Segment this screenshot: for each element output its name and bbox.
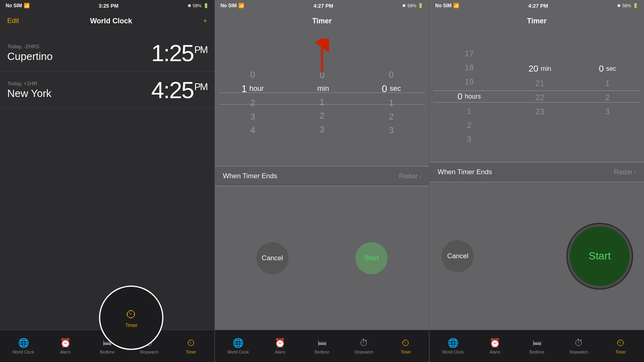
- tab-label-bedtime-2: Bedtime: [315, 350, 330, 354]
- time-period-cupertino: PM: [194, 44, 207, 55]
- tab-label-wc-2: World Clock: [227, 350, 249, 354]
- bluetooth-icon-2: ✱: [402, 3, 406, 8]
- tab-label-bedtime-3: Bedtime: [529, 350, 544, 354]
- tab-bar-2: 🌐 World Clock ⏰ Alarm 🛏 Bedtime ⏱ Stopwa…: [215, 330, 429, 362]
- picker-col-hours-3[interactable]: 17 18 19 0 hours 1 2 3: [458, 49, 481, 144]
- tab-bedtime-3[interactable]: 🛏 Bedtime: [516, 338, 558, 354]
- tab-label-alarm-2: Alarm: [275, 350, 285, 354]
- picker-hour-selected-row: 1 hour: [242, 84, 264, 94]
- clock-info-newyork: Today, +1HR New York: [7, 80, 52, 100]
- start-label-3: Start: [589, 250, 611, 262]
- circle-timer-label: Timer: [125, 323, 137, 328]
- tab-label-timer-3: Timer: [615, 350, 625, 354]
- timer-ends-value-2[interactable]: Radar ›: [399, 172, 421, 180]
- picker-area-2[interactable]: 0 1 hour 2 3 4 0 min 1 2 3: [215, 31, 429, 166]
- status-left-2: No SIM 📶: [221, 3, 245, 8]
- picker-hour-unit: hour: [249, 84, 264, 93]
- picker-min-unit: min: [317, 84, 329, 93]
- nav-title-3: Timer: [527, 17, 547, 25]
- clock-time-newyork: 4:25PM: [151, 76, 207, 103]
- clock-time-cupertino: 1:25PM: [151, 39, 207, 66]
- tab-label-timer-1: Timer: [186, 350, 196, 354]
- tab-label-bedtime-1: Bedtime: [100, 350, 115, 354]
- alarm-icon-3: ⏰: [489, 338, 500, 348]
- battery-label-1: 58%: [193, 3, 202, 8]
- ps-below2: 2: [605, 93, 610, 102]
- picker-hour-above: 0: [250, 70, 255, 79]
- timer-ends-row-2[interactable]: When Timer Ends Radar ›: [215, 166, 429, 186]
- clock-item-cupertino: Today, -2HRS Cupertino 1:25PM: [0, 35, 215, 72]
- tab-circle-overlay: ⏲ Timer: [99, 286, 163, 350]
- bluetooth-icon: ✱: [188, 3, 191, 8]
- clock-city-cupertino: Cupertino: [7, 50, 53, 63]
- stopwatch-icon-2: ⏱: [359, 338, 368, 348]
- add-clock-button[interactable]: +: [203, 17, 207, 25]
- tab-stopwatch-2[interactable]: ⏱ Stopwatch: [343, 338, 385, 354]
- ps-selected-row: 0 sec: [599, 64, 616, 74]
- picker-col-hours-2[interactable]: 0 1 hour 2 3 4: [218, 62, 287, 135]
- tab-label-alarm-1: Alarm: [60, 350, 70, 354]
- clock-city-newyork: New York: [7, 87, 52, 100]
- ph-above2: 18: [465, 63, 474, 72]
- tab-alarm-2[interactable]: ⏰ Alarm: [259, 338, 301, 354]
- picker-col-sec-2[interactable]: 0 0 sec 1 2 3: [357, 62, 426, 135]
- picker-hour-below1: 2: [250, 99, 255, 107]
- time-digits-cupertino: 1:25: [151, 40, 194, 66]
- start-button-3[interactable]: Start: [568, 224, 632, 288]
- tab-world-clock-3[interactable]: 🌐 World Clock: [432, 338, 474, 354]
- ps-selected: 0: [599, 64, 604, 74]
- tab-bar-3: 🌐 World Clock ⏰ Alarm 🛏 Bedtime ⏱ Stopwa…: [429, 330, 644, 362]
- radar-label-3: Radar: [614, 168, 632, 176]
- status-left-1: No SIM 📶: [6, 3, 30, 8]
- globe-icon-3: 🌐: [448, 338, 458, 348]
- battery-label-3: 58%: [622, 3, 631, 8]
- bedtime-icon-3: 🛏: [533, 338, 541, 348]
- edit-button[interactable]: Edit: [7, 17, 19, 25]
- nav-bar-2: Timer: [215, 11, 429, 31]
- picker-hour-selected: 1: [242, 84, 247, 94]
- chevron-icon-2: ›: [419, 173, 421, 179]
- tab-timer-1[interactable]: ⏲ Timer: [170, 338, 212, 354]
- status-time-3: 4:27 PM: [528, 3, 548, 9]
- timer-ends-label-3: When Timer Ends: [438, 168, 492, 176]
- pm-below2: 22: [535, 93, 544, 102]
- timer-ends-value-3[interactable]: Radar ›: [614, 168, 636, 176]
- bluetooth-icon-3: ✱: [617, 3, 621, 8]
- alarm-icon-1: ⏰: [60, 338, 71, 348]
- globe-icon-2: 🌐: [233, 338, 244, 348]
- tab-alarm-1[interactable]: ⏰ Alarm: [44, 338, 86, 354]
- nav-bar-1: Edit World Clock +: [0, 11, 215, 31]
- start-button-2[interactable]: Start: [355, 242, 388, 274]
- tab-world-clock-2[interactable]: 🌐 World Clock: [217, 338, 259, 354]
- picker-sec-below3: 3: [389, 126, 394, 135]
- ph-below2: 2: [467, 121, 471, 130]
- status-bar-3: No SIM 📶 4:27 PM ✱ 58% 🔋: [429, 0, 644, 11]
- picker-col-min-3[interactable]: 20 min 21 22 23: [528, 49, 551, 116]
- picker-col-sec-3[interactable]: 0 sec 1 2 3: [599, 49, 616, 116]
- ps-below3: 3: [605, 107, 610, 116]
- cancel-button-3[interactable]: Cancel: [442, 240, 474, 272]
- tab-bedtime-2[interactable]: 🛏 Bedtime: [301, 338, 343, 354]
- clock-info-cupertino: Today, -2HRS Cupertino: [7, 43, 53, 63]
- tab-world-clock-1[interactable]: 🌐 World Clock: [2, 338, 44, 354]
- tab-timer-3[interactable]: ⏲ Timer: [600, 338, 642, 354]
- picker-columns-3[interactable]: 17 18 19 0 hours 1 2 3 20 min: [429, 45, 644, 148]
- status-right-2: ✱ 58% 🔋: [402, 3, 423, 8]
- status-left-3: No SIM 📶: [435, 3, 459, 8]
- time-digits-newyork: 4:25: [151, 77, 194, 103]
- tab-stopwatch-3[interactable]: ⏱ Stopwatch: [558, 338, 600, 354]
- nav-title-1: World Clock: [90, 17, 132, 25]
- pm-selected: 20: [528, 64, 538, 74]
- tab-alarm-3[interactable]: ⏰ Alarm: [474, 338, 516, 354]
- tab-label-timer-2: Timer: [401, 350, 411, 354]
- clock-offset-newyork: Today, +1HR: [7, 80, 52, 86]
- picker-area-3[interactable]: 17 18 19 0 hours 1 2 3 20 min: [429, 31, 644, 162]
- picker-sec-unit: sec: [390, 84, 401, 93]
- timer-ends-row-3[interactable]: When Timer Ends Radar ›: [429, 162, 644, 182]
- cancel-button-2[interactable]: Cancel: [256, 242, 289, 274]
- panel-world-clock: No SIM 📶 3:25 PM ✱ 58% 🔋 Edit World Cloc…: [0, 0, 215, 362]
- tab-timer-2[interactable]: ⏲ Timer: [385, 338, 427, 354]
- battery-icon-1: 🔋: [203, 3, 209, 8]
- start-label-2: Start: [364, 254, 379, 262]
- pm-unit: min: [541, 65, 551, 72]
